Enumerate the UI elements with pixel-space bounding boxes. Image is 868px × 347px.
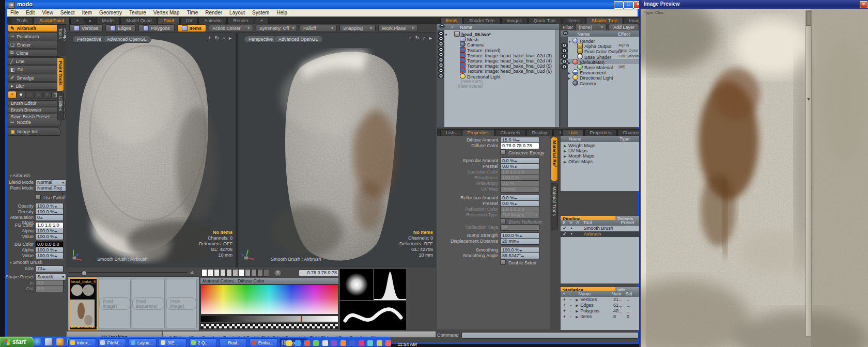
taskbar-emba-button[interactable]: Emba... — [250, 338, 277, 347]
vp-left-camera-label[interactable]: Perspective — [72, 36, 106, 43]
tray-icon-2[interactable] — [295, 340, 301, 346]
taskbar-3e-button[interactable]: 3\E... — [159, 338, 187, 347]
menu-texture[interactable]: Texture — [126, 10, 150, 15]
item-row-texture-5[interactable]: Texture: Image: head_bake_final_02d (5) — [437, 62, 559, 68]
item-row-new-item[interactable]: (new item) — [437, 78, 559, 84]
tool-airbrush[interactable]: ✎Airbrush — [8, 24, 60, 32]
tool-blur[interactable]: ●Blur — [8, 82, 60, 90]
props-display-tab[interactable]: Display — [526, 129, 553, 136]
tool-smudge[interactable]: ✐Smudge — [8, 74, 60, 82]
work-plane-dropdown[interactable]: Work Plane — [378, 25, 417, 32]
airbrush-section-header[interactable]: ▾ Airbrush — [10, 173, 30, 178]
value-gradient-bar[interactable] — [200, 316, 338, 322]
shader-images-tab[interactable]: Images — [624, 17, 639, 24]
vp-left-shading-label[interactable]: Advanced OpenGL — [102, 36, 151, 43]
item-row-texture-mixed[interactable]: Texture: (mixed) — [437, 47, 559, 52]
tray-icon-7[interactable] — [340, 340, 346, 346]
tab-sculpt-paint[interactable]: Sculpt/Paint — [34, 17, 70, 24]
tray-icon-9[interactable] — [359, 340, 364, 346]
props-channels-tab[interactable]: Channels — [495, 129, 526, 136]
shader-row-base-shader[interactable]: Base ShaderFull Shading — [561, 54, 639, 59]
maximize-button[interactable]: □ — [624, 1, 633, 9]
viewport-right[interactable]: Perspective Advanced OpenGL + ↻ ⌕ ▸ No I… — [238, 33, 436, 267]
preview-scrollbar[interactable] — [805, 10, 812, 337]
tray-icon-11[interactable] — [377, 340, 382, 346]
tab-render[interactable]: Render — [227, 17, 254, 24]
menu-vertex-map[interactable]: Vertex Map — [150, 10, 183, 15]
viewport-left[interactable]: Perspective Advanced OpenGL + ↻ ⌕ ▸ No I… — [66, 33, 236, 267]
conserve-energy-checkbox[interactable]: Conserve Energy — [500, 149, 545, 155]
tray-icon-12[interactable] — [385, 340, 391, 346]
start-button[interactable]: start — [0, 337, 34, 347]
image-ink-button[interactable]: ▣Image Ink — [8, 127, 60, 136]
brush-tip-spray[interactable]: ✧ — [43, 91, 52, 99]
menu-help[interactable]: Help — [273, 10, 291, 15]
shader-row-environment[interactable]: ▶Environment — [561, 69, 639, 74]
new-image-cell[interactable]: (new image) — [166, 279, 197, 328]
falloff-dropdown[interactable]: Falloff — [300, 25, 337, 32]
props-lists-tab[interactable]: Lists — [440, 129, 461, 136]
lists-channels-tab[interactable]: Channels — [617, 129, 639, 136]
brush-tip-round[interactable]: • — [8, 91, 17, 99]
menu-edit[interactable]: Edit — [22, 10, 38, 15]
tool-fill[interactable]: ◧Fill — [8, 66, 60, 73]
taskbar-inbox-button[interactable]: Inbox... — [68, 338, 96, 347]
tab-paint[interactable]: Paint — [158, 17, 180, 24]
items-images-tab[interactable]: Images — [501, 17, 528, 24]
use-falloff-checkbox[interactable]: Use Falloff — [35, 194, 66, 200]
attenuation-steps-field[interactable]: 0 — [35, 214, 64, 221]
mode-items-button[interactable]: Items — [177, 24, 207, 32]
pipeline-row-smooth-brush[interactable]: ✓•Smooth Brush — [561, 226, 639, 231]
list-row-weight-maps[interactable]: ▶Weight Maps — [561, 143, 639, 148]
image-thumb-selected[interactable]: head_bake_fi ... 2048 x 2048, ... — [69, 278, 98, 330]
taskbar-layout-button[interactable]: Layou... — [129, 338, 157, 347]
command-input[interactable] — [461, 332, 639, 339]
gray-swatches[interactable]: S — [202, 269, 282, 277]
tab-tools[interactable]: Tools — [11, 17, 33, 24]
list-row-uv-maps[interactable]: ▶UV Maps — [561, 148, 639, 153]
menu-view[interactable]: View — [38, 10, 57, 15]
symmetry-dropdown[interactable]: Symmetry: Off — [256, 25, 297, 32]
paint-mode-dropdown[interactable]: Normal Proj ... — [35, 185, 66, 192]
tab-uv[interactable]: UV — [180, 17, 198, 24]
add-layer-button[interactable]: Add Layer — [609, 24, 639, 30]
quick-launch-ie-icon[interactable] — [34, 338, 41, 345]
items-quick-tips-tab[interactable]: Quick Tips — [528, 17, 561, 24]
load-sequence-cell[interactable]: (load sequence) — [132, 279, 165, 328]
s-button[interactable]: S — [274, 269, 282, 277]
taskbar-2q-button[interactable]: 2 Q... — [189, 338, 217, 347]
stats-row-vertices[interactable]: +-▶Vertices21...... — [561, 297, 639, 303]
item-row-light[interactable]: Directional Light — [437, 73, 559, 78]
menu-item[interactable]: Item — [79, 10, 96, 15]
taskbar-filem-button[interactable]: FileM... — [98, 338, 126, 347]
snapping-dropdown[interactable]: Snapping — [339, 25, 376, 32]
preview-titlebar[interactable]: Image Preview ✕ — [641, 0, 868, 9]
tab-utilities[interactable]: Utilities — [57, 92, 64, 120]
minimize-button[interactable]: _ — [614, 1, 624, 9]
quick-launch-desktop-icon[interactable] — [45, 338, 52, 345]
action-center-dropdown[interactable]: Action Center — [209, 25, 253, 32]
menu-select[interactable]: Select — [57, 10, 79, 15]
filter-dropdown[interactable]: (none) — [575, 24, 607, 30]
tray-icon-6[interactable] — [331, 340, 337, 346]
bg-value-field[interactable]: 100.0 % — [35, 253, 64, 259]
load-image-cell[interactable]: (load image) — [99, 279, 131, 328]
vp-right-nav-icons[interactable]: + ↻ ⌕ ▸ — [409, 35, 433, 41]
brush-size-field[interactable]: 73 — [35, 265, 64, 272]
mode-vertices-button[interactable]: Vertices — [69, 24, 103, 32]
shader-items-tab[interactable]: Items — [563, 17, 585, 24]
pipeline-row-airbrush[interactable]: ✓•Airbrush — [561, 231, 639, 237]
item-row-new-scene[interactable]: (new scene) — [437, 84, 559, 89]
menu-geometry[interactable]: Geometry — [96, 10, 126, 15]
mode-edges-button[interactable]: Edges — [105, 24, 136, 32]
tray-icon-5[interactable] — [322, 340, 328, 346]
vp-right-shading-label[interactable]: Advanced OpenGL — [274, 36, 323, 43]
tray-icon-3[interactable] — [304, 340, 310, 346]
lists-properties-tab[interactable]: Properties — [584, 129, 617, 136]
brush-tip-star[interactable]: ☆ — [34, 91, 43, 99]
vp-right-camera-label[interactable]: Perspective — [244, 36, 277, 43]
slider-handle[interactable] — [82, 271, 87, 276]
material-ref-tab[interactable]: Material Ref — [551, 137, 558, 181]
tool-clone[interactable]: ⧉Clone — [8, 49, 60, 57]
items-shader-tree-tab[interactable]: Shader Tree — [463, 17, 501, 24]
